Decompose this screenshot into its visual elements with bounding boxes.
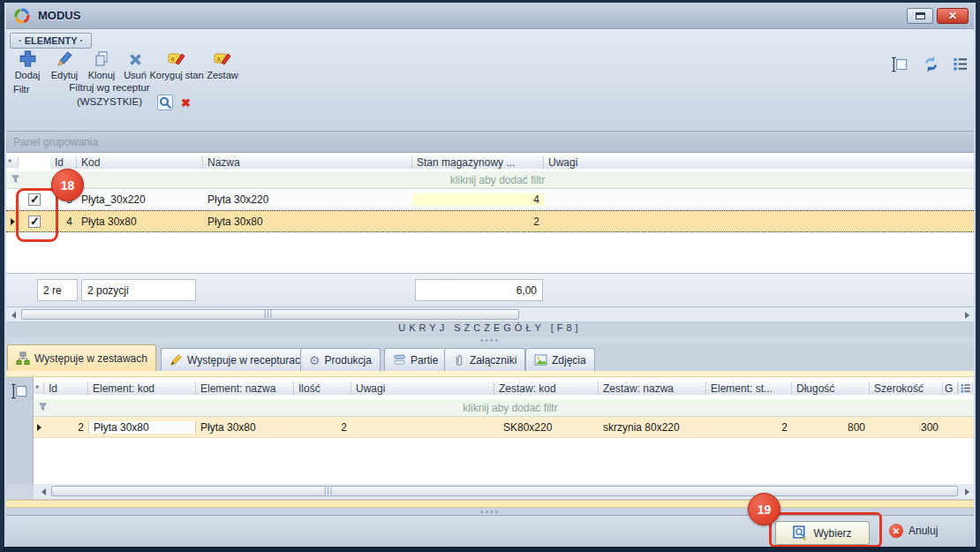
summary-records: 2 re	[37, 279, 78, 301]
tab-label: Partie	[411, 354, 438, 367]
tab-zdjecia[interactable]: Zdjęcia	[525, 348, 595, 371]
scroll-right-arrow[interactable]	[961, 310, 973, 320]
tab-zalaczniki[interactable]: Załączniki	[444, 348, 525, 371]
detail-grid-header: * Id Element: kod Element: nazwa Ilość U…	[34, 377, 974, 399]
summary-stan-total: 6,00	[415, 279, 543, 301]
column-header-uwagi[interactable]: Uwagi	[544, 156, 974, 169]
column-list-button[interactable]	[952, 56, 969, 76]
cell-stan[interactable]: 4	[412, 193, 544, 206]
tab-label: Zdjęcia	[552, 354, 586, 367]
detail-filter-row[interactable]: kliknij aby dodać filtr	[34, 399, 974, 417]
restore-icon	[916, 12, 925, 19]
elements-filter-row[interactable]: kliknij aby dodać filtr	[6, 171, 974, 189]
filter-hint-text[interactable]: kliknij aby dodać filtr	[47, 402, 974, 414]
tab-produkcja[interactable]: ⚙ Produkcja	[300, 348, 381, 371]
edit-button[interactable]: Edytuj	[45, 47, 84, 80]
tab-wystepuje-w-zestawach[interactable]: Występuje w zestawach	[7, 344, 156, 371]
table-row-selected[interactable]: 2 Płyta 30x80 Płyta 30x80 2 SK80x220 skr…	[34, 417, 974, 438]
cell-id[interactable]: 2	[44, 421, 88, 434]
title-bar: MODUS ✕	[6, 3, 974, 29]
elements-grid-hscrollbar[interactable]: |||	[6, 307, 974, 322]
elements-summary-band: 2 re 2 pozycji 6,00	[6, 274, 974, 307]
cell-ilosc[interactable]: 2	[294, 421, 351, 434]
column-header-element-stan[interactable]: Element: st...	[706, 382, 792, 395]
summary-positions: 2 pozycji	[81, 279, 196, 301]
scrollbar-thumb[interactable]	[51, 486, 958, 496]
detail-tabs-bar: Występuje w zestawach Występuje w recept…	[6, 344, 974, 371]
cell-element-stan[interactable]: 2	[706, 421, 792, 434]
refresh-icon	[922, 55, 940, 73]
elements-grid-header: * Id Kod Nazwa Stan magazynowy ... Uwagi	[6, 153, 974, 171]
add-icon	[19, 49, 37, 68]
column-header-dlugosc[interactable]: Długość	[792, 382, 870, 395]
tab-wystepuje-w-recepturach[interactable]: Występuje w recepturach	[161, 348, 315, 371]
scrollbar-grip: |||	[264, 309, 273, 318]
column-header-stan[interactable]: Stan magazynowy ...	[412, 156, 544, 169]
column-chooser-button[interactable]	[958, 382, 973, 394]
column-header-kod[interactable]: Kod	[77, 156, 203, 169]
filter-hint-text[interactable]: kliknij aby dodać filtr	[21, 174, 974, 186]
column-header-id[interactable]: Id	[50, 156, 77, 169]
correct-stock-icon: a	[167, 50, 186, 68]
recipe-filter-line2: (WSZYSTKIE)	[52, 95, 167, 109]
column-header-zestaw-kod[interactable]: Zestaw: kod	[494, 382, 599, 395]
select-all-header[interactable]: *	[6, 157, 19, 168]
table-row[interactable]: 3 Płyta_30x220 Płyta 30x220 4	[6, 189, 974, 210]
svg-text:a: a	[217, 56, 221, 62]
restore-window-button[interactable]	[907, 8, 933, 24]
select-all-header[interactable]: *	[34, 383, 44, 394]
set-icon: a	[213, 50, 232, 68]
refresh-button[interactable]	[922, 55, 940, 77]
annotation-step-19: 19	[748, 493, 780, 526]
cell-dlugosc[interactable]: 800	[792, 421, 870, 434]
column-header-zestaw-nazwa[interactable]: Zestaw: nazwa	[599, 382, 706, 395]
add-button[interactable]: Dodaj	[8, 47, 47, 80]
cell-kod[interactable]: Płyta_30x220	[77, 193, 203, 206]
close-window-button[interactable]: ✕	[937, 8, 969, 24]
cell-stan[interactable]: 2	[412, 216, 544, 228]
edit-pencil-icon	[56, 49, 74, 68]
scroll-right-arrow[interactable]	[961, 487, 973, 496]
select-mode-button[interactable]	[890, 55, 909, 78]
annotation-rect-18	[16, 188, 58, 242]
cell-nazwa[interactable]: Płyta 30x80	[203, 216, 412, 228]
tab-label: Produkcja	[325, 354, 372, 367]
grouping-panel[interactable]: Panel grupowania	[6, 131, 974, 153]
cancel-button-label: Anuluj	[908, 525, 938, 537]
set-button[interactable]: a Zestaw	[197, 47, 248, 80]
cancel-icon: ✕	[889, 524, 903, 538]
cancel-button[interactable]: ✕ Anuluj	[889, 524, 938, 538]
filter-funnel-icon	[9, 174, 21, 186]
column-header-element-kod[interactable]: Element: kod	[88, 382, 196, 395]
table-row-selected[interactable]: 4 Płyta 30x80 Płyta 30x80 2	[6, 210, 974, 232]
detail-grid-hscrollbar[interactable]: |||	[6, 484, 974, 500]
window-title: MODUS	[38, 9, 80, 22]
column-header-szerokosc[interactable]: Szerokość	[870, 382, 943, 395]
column-header-uwagi[interactable]: Uwagi	[351, 382, 494, 395]
cell-szerokosc[interactable]: 300	[870, 421, 943, 434]
cell-zestaw-nazwa[interactable]: skrzynia 80x220	[599, 421, 706, 434]
column-header-grubosc-clipped[interactable]: G	[943, 382, 958, 395]
column-header-ilosc[interactable]: Ilość	[294, 382, 351, 395]
clone-copy-icon	[93, 50, 110, 68]
search-icon	[156, 94, 174, 111]
filtr-button[interactable]: Filtr	[13, 84, 29, 95]
clone-button[interactable]: Klonuj	[82, 47, 121, 80]
splitter-handle[interactable]: ••••	[4, 337, 976, 344]
recipe-filter-search-button[interactable]	[156, 94, 174, 115]
scroll-left-arrow[interactable]	[7, 310, 19, 320]
clear-recipe-filter-button[interactable]: ✖	[181, 97, 191, 109]
column-header-id[interactable]: Id	[44, 382, 88, 395]
column-header-element-nazwa[interactable]: Element: nazwa	[196, 382, 294, 395]
selection-mode-button[interactable]	[10, 382, 29, 405]
tab-label: Załączniki	[470, 354, 516, 367]
tab-partie[interactable]: Partie	[384, 348, 447, 371]
cell-kod[interactable]: Płyta 30x80	[77, 216, 203, 228]
cell-element-nazwa[interactable]: Płyta 30x80	[196, 421, 294, 434]
recipe-filter-line1: Filtruj wg receptur	[52, 80, 167, 95]
cell-nazwa[interactable]: Płyta 30x220	[203, 193, 412, 206]
cell-zestaw-kod[interactable]: SK80x220	[494, 421, 599, 434]
column-header-nazwa[interactable]: Nazwa	[203, 156, 412, 169]
scroll-left-arrow[interactable]	[37, 487, 49, 496]
cell-element-kod[interactable]: Płyta 30x80	[88, 421, 196, 434]
